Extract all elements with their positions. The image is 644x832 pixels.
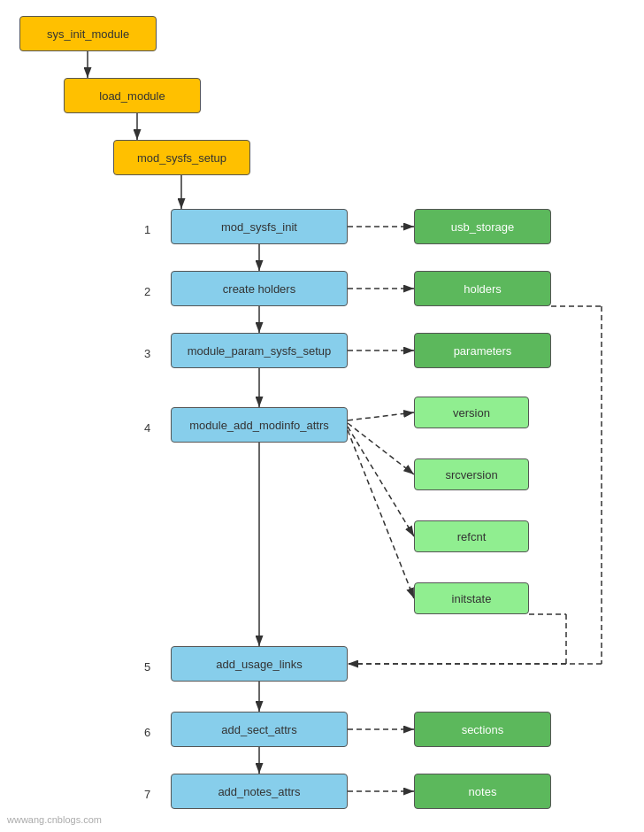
svg-line-14 <box>348 412 414 420</box>
svg-line-16 <box>348 427 414 536</box>
node-mod-sysfs-setup: mod_sysfs_setup <box>113 140 250 175</box>
step-label-7: 7 <box>144 788 150 801</box>
node-initstate: initstate <box>414 582 529 614</box>
node-usb-storage: usb_storage <box>414 209 551 244</box>
node-srcversion: srcversion <box>414 458 529 490</box>
watermark: wwwang.cnblogs.com <box>7 814 102 825</box>
svg-line-17 <box>348 430 414 598</box>
node-version: version <box>414 397 529 428</box>
node-refcnt: refcnt <box>414 520 529 552</box>
step-label-5: 5 <box>144 660 150 674</box>
step-label-3: 3 <box>144 347 150 360</box>
step-label-6: 6 <box>144 726 150 739</box>
node-module-add-modinfo-attrs: module_add_modinfo_attrs <box>171 407 348 443</box>
step-label-2: 2 <box>144 285 150 298</box>
step-label-4: 4 <box>144 421 150 435</box>
node-holders: holders <box>414 271 551 306</box>
node-mod-sysfs-init: mod_sysfs_init <box>171 209 348 244</box>
node-sys-init-module: sys_init_module <box>19 16 157 51</box>
node-add-notes-attrs: add_notes_attrs <box>171 774 348 809</box>
node-sections: sections <box>414 712 551 747</box>
node-notes: notes <box>414 774 551 809</box>
diagram: usb_storage (dashed) --> holders (dashed… <box>0 0 644 832</box>
step-label-1: 1 <box>144 223 150 236</box>
node-module-param-sysfs-setup: module_param_sysfs_setup <box>171 333 348 368</box>
svg-line-15 <box>348 423 414 474</box>
node-parameters: parameters <box>414 333 551 368</box>
node-load-module: load_module <box>64 78 201 113</box>
node-add-usage-links: add_usage_links <box>171 646 348 682</box>
node-create-holders: create holders <box>171 271 348 306</box>
node-add-sect-attrs: add_sect_attrs <box>171 712 348 747</box>
